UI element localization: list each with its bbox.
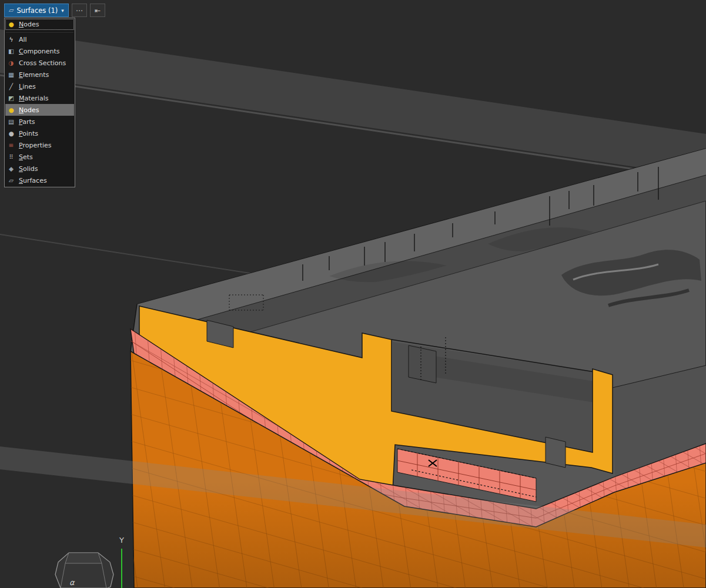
- entity-label: All: [19, 36, 27, 43]
- entity-label: Lines: [19, 83, 36, 90]
- menu-item-materials[interactable]: ◩ Materials: [5, 92, 74, 104]
- materials-icon: ◩: [7, 95, 15, 102]
- menu-item-parts[interactable]: ▤ Parts: [5, 116, 74, 127]
- node-icon: ●: [7, 21, 15, 28]
- collapse-left-button[interactable]: ⇤: [90, 4, 105, 17]
- menu-item-components[interactable]: ◧ Components: [5, 45, 74, 57]
- entity-label: Properties: [19, 142, 52, 149]
- view-cube-label: α: [69, 578, 75, 587]
- y-axis-label: Y: [119, 536, 124, 545]
- components-icon: ◧: [7, 48, 15, 55]
- chevron-down-icon: ▾: [61, 8, 64, 14]
- entity-label: Sets: [19, 153, 33, 161]
- entity-label: Materials: [19, 95, 48, 102]
- surfaces-icon: ▱: [7, 177, 15, 184]
- menu-item-pinned-nodes[interactable]: ● Nodes: [5, 19, 74, 30]
- entity-label: Points: [19, 130, 38, 137]
- menu-item-elements[interactable]: ▦ Elements: [5, 69, 74, 80]
- entity-label: Elements: [19, 71, 49, 79]
- cross-sections-icon: ◑: [7, 60, 15, 66]
- view-cube[interactable]: α: [55, 553, 113, 588]
- solids-icon: ◆: [7, 166, 15, 172]
- entity-type-list: ϟ All ◧ Components ◑ Cross Sections ▦ El…: [5, 33, 74, 186]
- selection-toolbar: ▱ Surfaces (1) ▾ ⋯ ⇤: [4, 4, 105, 17]
- entity-selector-button[interactable]: ▱ Surfaces (1) ▾: [4, 4, 69, 17]
- surfaces-icon: ▱: [9, 6, 14, 14]
- more-options-button[interactable]: ⋯: [72, 4, 87, 17]
- entity-label: Surfaces: [19, 177, 47, 184]
- menu-separator: [6, 31, 73, 32]
- entity-label: Solids: [19, 165, 38, 173]
- menu-item-surfaces[interactable]: ▱ Surfaces: [5, 174, 74, 186]
- menu-item-all[interactable]: ϟ All: [5, 33, 74, 45]
- entity-label: Parts: [19, 118, 35, 126]
- menu-item-nodes[interactable]: ● Nodes: [5, 104, 74, 116]
- menu-item-sets[interactable]: ⠿ Sets: [5, 151, 74, 163]
- menu-item-points[interactable]: ● Points: [5, 127, 74, 139]
- pinned-entity-label: Nodes: [19, 21, 39, 28]
- entity-label: Components: [19, 48, 60, 55]
- nodes-icon: ●: [7, 107, 15, 113]
- entity-selector-label: Surfaces (1): [16, 6, 58, 15]
- menu-item-cross-sections[interactable]: ◑ Cross Sections: [5, 57, 74, 69]
- entity-label: Cross Sections: [19, 59, 66, 67]
- entity-label: Nodes: [19, 106, 39, 114]
- lines-icon: ╱: [7, 83, 15, 90]
- menu-item-solids[interactable]: ◆ Solids: [5, 163, 74, 174]
- all-icon: ϟ: [7, 36, 15, 43]
- entity-type-dropdown: ● Nodes ϟ All ◧ Components ◑ Cross Secti…: [4, 18, 75, 187]
- menu-item-lines[interactable]: ╱ Lines: [5, 80, 74, 92]
- viewport-3d[interactable]: α Y: [0, 0, 706, 588]
- points-icon: ●: [7, 130, 15, 137]
- sets-icon: ⠿: [7, 154, 15, 160]
- properties-icon: ≡: [7, 142, 15, 149]
- parts-icon: ▤: [7, 119, 15, 125]
- application-window: α Y ▱ Surfaces (1) ▾ ⋯ ⇤ ● Nodes ϟ All: [0, 0, 706, 588]
- elements-icon: ▦: [7, 72, 15, 78]
- menu-item-properties[interactable]: ≡ Properties: [5, 139, 74, 151]
